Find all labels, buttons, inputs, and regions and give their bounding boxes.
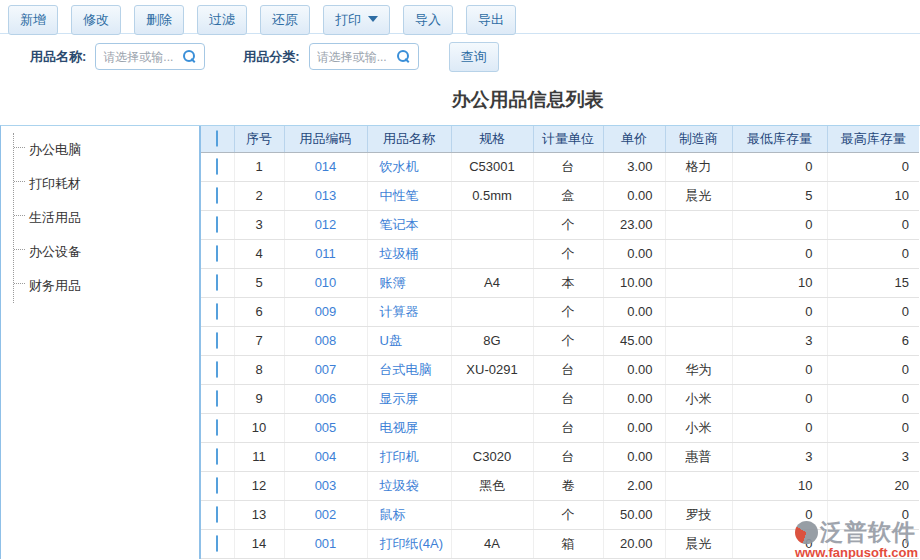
cell-manufacturer: 罗技 bbox=[665, 500, 732, 529]
column-header-1: 用品编码 bbox=[284, 126, 367, 152]
cell-price: 0.00 bbox=[603, 297, 665, 326]
name-link[interactable]: 计算器 bbox=[380, 304, 419, 319]
cell-unit: 台 bbox=[533, 384, 603, 413]
sidebar-item-office-equipment[interactable]: 办公设备 bbox=[14, 235, 199, 269]
add-button[interactable]: 新增 bbox=[8, 5, 58, 35]
table-row: 6009计算器个0.0000 bbox=[201, 297, 919, 326]
delete-button[interactable]: 删除 bbox=[134, 5, 184, 35]
name-link[interactable]: 垃圾袋 bbox=[380, 478, 419, 493]
supply-category-searchbox[interactable] bbox=[309, 43, 419, 70]
name-link[interactable]: 台式电脑 bbox=[380, 362, 432, 377]
code-link[interactable]: 003 bbox=[315, 478, 337, 493]
column-header-5: 单价 bbox=[603, 126, 665, 152]
toolbar: 新增修改删除过滤还原打印导入导出 bbox=[0, 0, 920, 34]
search-icon[interactable] bbox=[183, 50, 196, 63]
cell-unit: 个 bbox=[533, 297, 603, 326]
cell-code: 013 bbox=[284, 181, 367, 210]
cell-max-stock: 0 bbox=[827, 384, 919, 413]
cell-manufacturer: 晨光 bbox=[665, 529, 732, 558]
import-button[interactable]: 导入 bbox=[403, 5, 453, 35]
cell-price: 0.00 bbox=[603, 355, 665, 384]
cell-code: 014 bbox=[284, 152, 367, 181]
code-link[interactable]: 005 bbox=[315, 420, 337, 435]
row-checkbox[interactable] bbox=[216, 158, 218, 175]
row-select-cell bbox=[201, 355, 234, 384]
row-checkbox[interactable] bbox=[216, 477, 218, 494]
cell-name: 笔记本 bbox=[367, 210, 451, 239]
filter-button[interactable]: 过滤 bbox=[197, 5, 247, 35]
sidebar-item-office-computer[interactable]: 办公电脑 bbox=[14, 133, 199, 167]
edit-button[interactable]: 修改 bbox=[71, 5, 121, 35]
print-button[interactable]: 打印 bbox=[323, 5, 390, 35]
code-link[interactable]: 006 bbox=[315, 391, 337, 406]
code-link[interactable]: 011 bbox=[315, 246, 336, 261]
code-link[interactable]: 010 bbox=[315, 275, 337, 290]
code-link[interactable]: 002 bbox=[315, 507, 337, 522]
row-checkbox[interactable] bbox=[216, 419, 218, 436]
select-all-checkbox[interactable] bbox=[216, 130, 218, 147]
code-link[interactable]: 014 bbox=[315, 159, 337, 174]
name-link[interactable]: 账簿 bbox=[380, 275, 406, 290]
search-icon[interactable] bbox=[397, 50, 410, 63]
cell-spec bbox=[451, 384, 533, 413]
query-button[interactable]: 查询 bbox=[449, 42, 499, 72]
column-header-0: 序号 bbox=[234, 126, 284, 152]
cell-price: 50.00 bbox=[603, 500, 665, 529]
name-link[interactable]: 打印纸(4A) bbox=[380, 536, 444, 551]
row-checkbox[interactable] bbox=[216, 216, 218, 233]
code-link[interactable]: 013 bbox=[315, 188, 337, 203]
name-link[interactable]: 饮水机 bbox=[380, 159, 419, 174]
cell-price: 0.00 bbox=[603, 442, 665, 471]
supplies-table: 序号用品编码用品名称规格计量单位单价制造商最低库存量最高库存量 1014饮水机C… bbox=[201, 126, 919, 559]
cell-max-stock: 0 bbox=[827, 152, 919, 181]
name-link[interactable]: 打印机 bbox=[380, 449, 419, 464]
name-link[interactable]: 鼠标 bbox=[380, 507, 406, 522]
code-link[interactable]: 012 bbox=[315, 217, 337, 232]
cell-spec: 4A bbox=[451, 529, 533, 558]
cell-code: 008 bbox=[284, 326, 367, 355]
cell-code: 001 bbox=[284, 529, 367, 558]
code-link[interactable]: 001 bbox=[315, 536, 337, 551]
cell-max-stock: 20 bbox=[827, 471, 919, 500]
row-checkbox[interactable] bbox=[216, 332, 218, 349]
column-header-4: 计量单位 bbox=[533, 126, 603, 152]
name-link[interactable]: 电视屏 bbox=[380, 420, 419, 435]
name-link[interactable]: 显示屏 bbox=[380, 391, 419, 406]
cell-min-stock: 3 bbox=[732, 326, 827, 355]
row-checkbox[interactable] bbox=[216, 274, 218, 291]
row-checkbox[interactable] bbox=[216, 303, 218, 320]
export-button[interactable]: 导出 bbox=[466, 5, 516, 35]
code-link[interactable]: 009 bbox=[315, 304, 337, 319]
sidebar-item-print-supplies[interactable]: 打印耗材 bbox=[14, 167, 199, 201]
code-link[interactable]: 004 bbox=[315, 449, 337, 464]
row-checkbox[interactable] bbox=[216, 187, 218, 204]
row-checkbox[interactable] bbox=[216, 506, 218, 523]
cell-unit: 个 bbox=[533, 326, 603, 355]
sidebar-item-daily-goods[interactable]: 生活用品 bbox=[14, 201, 199, 235]
name-link[interactable]: 中性笔 bbox=[380, 188, 419, 203]
cell-spec bbox=[451, 500, 533, 529]
name-link[interactable]: U盘 bbox=[380, 333, 402, 348]
cell-name: 打印机 bbox=[367, 442, 451, 471]
table-header-row: 序号用品编码用品名称规格计量单位单价制造商最低库存量最高库存量 bbox=[201, 126, 919, 152]
sidebar-item-finance-supplies[interactable]: 财务用品 bbox=[14, 269, 199, 303]
code-link[interactable]: 008 bbox=[315, 333, 337, 348]
cell-spec: XU-0291 bbox=[451, 355, 533, 384]
supply-name-input[interactable] bbox=[103, 50, 183, 64]
row-checkbox[interactable] bbox=[216, 390, 218, 407]
code-link[interactable]: 007 bbox=[315, 362, 337, 377]
row-checkbox[interactable] bbox=[216, 245, 218, 262]
row-select-cell bbox=[201, 268, 234, 297]
supply-category-input[interactable] bbox=[317, 50, 397, 64]
row-checkbox[interactable] bbox=[216, 535, 218, 552]
name-link[interactable]: 笔记本 bbox=[380, 217, 419, 232]
restore-button[interactable]: 还原 bbox=[260, 5, 310, 35]
name-link[interactable]: 垃圾桶 bbox=[380, 246, 419, 261]
cell-max-stock: 6 bbox=[827, 326, 919, 355]
column-header-3: 规格 bbox=[451, 126, 533, 152]
cell-max-stock: 0 bbox=[827, 413, 919, 442]
row-checkbox[interactable] bbox=[216, 361, 218, 378]
cell-name: 打印纸(4A) bbox=[367, 529, 451, 558]
row-checkbox[interactable] bbox=[216, 448, 218, 465]
supply-name-searchbox[interactable] bbox=[95, 43, 205, 70]
